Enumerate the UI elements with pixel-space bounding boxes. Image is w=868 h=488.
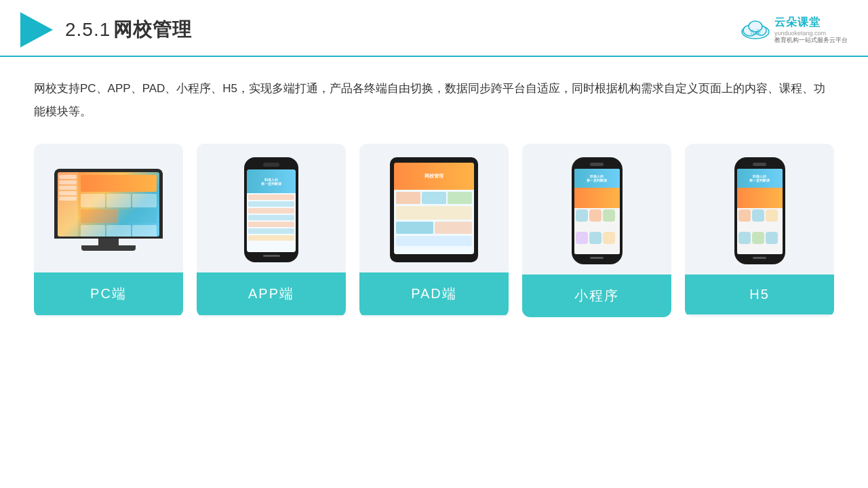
h5-phone-notch xyxy=(753,163,766,166)
pc-label: PC端 xyxy=(34,272,183,315)
app-label: APP端 xyxy=(197,272,346,315)
brand-name: 云朵课堂 xyxy=(774,16,821,30)
pc-screen-outer xyxy=(54,169,163,239)
pc-mockup xyxy=(54,169,163,251)
miniapp-phone-mockup: 职场人的第一堂判断课 xyxy=(572,157,623,264)
app-phone-body: 职场人的第一堂判断课 xyxy=(244,157,298,262)
pc-neck xyxy=(98,239,119,245)
h5-image-area: 职场人的第一堂判断课 xyxy=(685,144,834,274)
cards-container: PC端 职场人的第一堂判断课 xyxy=(34,144,834,317)
brand-logo: 云朵 云朵课堂 yunduoketang.com 教育机构一站式服务云平台 xyxy=(741,16,848,44)
h5-phone-body: 职场人的第一堂判断课 xyxy=(734,157,785,264)
pc-screen xyxy=(58,172,159,237)
svg-marker-0 xyxy=(20,12,53,47)
h5-phone-mockup: 职场人的第一堂判断课 xyxy=(734,157,785,264)
brand-text: 云朵课堂 yunduoketang.com 教育机构一站式服务云平台 xyxy=(774,16,848,44)
miniapp-label: 小程序 xyxy=(522,274,671,317)
app-phone-notch xyxy=(263,163,279,167)
miniapp-image-area: 职场人的第一堂判断课 xyxy=(522,144,671,274)
app-phone-mockup: 职场人的第一堂判断课 xyxy=(244,157,298,262)
app-home-bar xyxy=(263,255,280,257)
h5-label: H5 xyxy=(685,274,834,314)
miniapp-card: 职场人的第一堂判断课 xyxy=(522,144,671,317)
pad-image-area: 网校管理 xyxy=(359,144,509,272)
h5-home-bar xyxy=(753,257,766,259)
miniapp-home-bar xyxy=(590,257,604,259)
app-phone-screen: 职场人的第一堂判断课 xyxy=(247,169,296,252)
h5-card: 职场人的第一堂判断课 xyxy=(685,144,834,317)
brand-url: yunduoketang.com xyxy=(774,30,826,37)
pad-mockup: 网校管理 xyxy=(390,157,478,262)
app-image-area: 职场人的第一堂判断课 xyxy=(197,144,346,272)
page-title: 2.5.1网校管理 xyxy=(65,17,192,43)
miniapp-phone-body: 职场人的第一堂判断课 xyxy=(572,157,623,264)
svg-text:云朵: 云朵 xyxy=(750,29,761,35)
logo-arrow-icon xyxy=(20,12,53,47)
miniapp-phone-screen: 职场人的第一堂判断课 xyxy=(574,169,620,254)
pc-base xyxy=(81,245,136,251)
pad-screen: 网校管理 xyxy=(394,163,474,254)
h5-phone-screen: 职场人的第一堂判断课 xyxy=(737,169,783,254)
pc-card: PC端 xyxy=(34,144,183,317)
pc-image-area xyxy=(34,144,183,272)
miniapp-phone-notch xyxy=(590,163,604,166)
pad-body: 网校管理 xyxy=(390,157,478,262)
header-left: 2.5.1网校管理 xyxy=(20,12,192,47)
description-text: 网校支持PC、APP、PAD、小程序、H5，实现多端打通，产品各终端自由切换，数… xyxy=(34,77,834,123)
main-content: 网校支持PC、APP、PAD、小程序、H5，实现多端打通，产品各终端自由切换，数… xyxy=(0,57,868,331)
pad-card: 网校管理 xyxy=(359,144,509,317)
cloud-icon: 云朵 xyxy=(741,20,770,40)
header-right: 云朵 云朵课堂 yunduoketang.com 教育机构一站式服务云平台 xyxy=(741,16,848,44)
brand-slogan: 教育机构一站式服务云平台 xyxy=(774,37,848,44)
app-card: 职场人的第一堂判断课 xyxy=(197,144,346,317)
pad-label: PAD端 xyxy=(359,272,509,315)
header: 2.5.1网校管理 云朵 云朵课堂 yunduoketang.com 教育机构一… xyxy=(0,0,868,57)
